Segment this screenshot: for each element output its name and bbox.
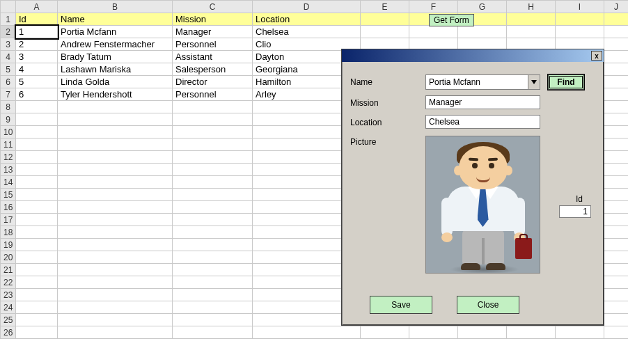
- id-field[interactable]: 1: [559, 205, 591, 218]
- cell[interactable]: [16, 251, 58, 264]
- cell[interactable]: [173, 239, 253, 251]
- cell[interactable]: [361, 26, 409, 38]
- cell[interactable]: [507, 26, 556, 38]
- cell[interactable]: [16, 276, 58, 289]
- cell[interactable]: [16, 264, 58, 276]
- col-header-C[interactable]: C: [173, 1, 253, 13]
- cell[interactable]: [507, 326, 556, 339]
- row-header[interactable]: 8: [1, 101, 16, 113]
- row-header[interactable]: 12: [1, 151, 16, 164]
- cell[interactable]: [173, 176, 253, 189]
- cell[interactable]: [604, 13, 629, 26]
- cell[interactable]: [604, 164, 629, 176]
- cell[interactable]: [173, 164, 253, 176]
- cell[interactable]: [58, 301, 173, 314]
- select-all-corner[interactable]: [1, 1, 16, 13]
- cell[interactable]: [507, 13, 556, 26]
- cell[interactable]: [604, 63, 629, 76]
- cell[interactable]: [409, 26, 458, 38]
- cell[interactable]: [556, 326, 604, 339]
- cell[interactable]: [58, 214, 173, 226]
- cell[interactable]: [16, 101, 58, 113]
- cell[interactable]: [173, 151, 253, 164]
- cell[interactable]: [16, 113, 58, 126]
- cell[interactable]: [604, 289, 629, 301]
- cell[interactable]: [16, 326, 58, 339]
- cell[interactable]: 2: [16, 38, 58, 51]
- cell[interactable]: [458, 26, 507, 38]
- row-header[interactable]: 4: [1, 51, 16, 63]
- find-button[interactable]: Find: [548, 74, 584, 90]
- col-header-F[interactable]: F: [409, 1, 458, 13]
- cell[interactable]: Linda Golda: [58, 76, 173, 88]
- cell[interactable]: [173, 126, 253, 139]
- cell[interactable]: [173, 101, 253, 113]
- cell[interactable]: [16, 214, 58, 226]
- cell[interactable]: 1: [16, 26, 58, 38]
- cell[interactable]: [604, 88, 629, 101]
- close-button[interactable]: Close: [457, 296, 519, 314]
- cell[interactable]: Personnel: [173, 88, 253, 101]
- row-header[interactable]: 20: [1, 251, 16, 264]
- cell[interactable]: [173, 314, 253, 326]
- cell[interactable]: [173, 214, 253, 226]
- cell[interactable]: [253, 326, 361, 339]
- cell[interactable]: [58, 151, 173, 164]
- cell[interactable]: 4: [16, 63, 58, 76]
- row-header[interactable]: 26: [1, 326, 16, 339]
- row-header[interactable]: 14: [1, 176, 16, 189]
- cell[interactable]: [604, 38, 629, 51]
- cell[interactable]: [173, 113, 253, 126]
- cell[interactable]: [604, 51, 629, 63]
- cell[interactable]: Lashawn Mariska: [58, 63, 173, 76]
- row-header[interactable]: 22: [1, 276, 16, 289]
- row-header[interactable]: 17: [1, 214, 16, 226]
- cell[interactable]: [604, 176, 629, 189]
- save-button[interactable]: Save: [370, 296, 432, 314]
- cell[interactable]: [604, 226, 629, 239]
- row-header[interactable]: 2: [1, 26, 16, 38]
- cell[interactable]: [604, 214, 629, 226]
- col-header-D[interactable]: D: [253, 1, 361, 13]
- cell[interactable]: [173, 251, 253, 264]
- header-cell-name[interactable]: Name: [58, 13, 173, 26]
- cell[interactable]: [604, 113, 629, 126]
- cell[interactable]: [361, 13, 409, 26]
- cell[interactable]: [16, 189, 58, 201]
- cell[interactable]: [604, 239, 629, 251]
- row-header[interactable]: 3: [1, 38, 16, 51]
- cell[interactable]: [173, 276, 253, 289]
- cell[interactable]: Portia Mcfann: [58, 26, 173, 38]
- cell[interactable]: [604, 76, 629, 88]
- row-header[interactable]: 15: [1, 189, 16, 201]
- cell[interactable]: [58, 101, 173, 113]
- cell[interactable]: [409, 326, 458, 339]
- cell[interactable]: Brady Tatum: [58, 51, 173, 63]
- cell[interactable]: [16, 201, 58, 214]
- col-header-I[interactable]: I: [556, 1, 604, 13]
- cell[interactable]: [16, 226, 58, 239]
- cell[interactable]: [58, 139, 173, 151]
- cell[interactable]: [58, 176, 173, 189]
- cell[interactable]: 5: [16, 76, 58, 88]
- header-cell-mission[interactable]: Mission: [173, 13, 253, 26]
- cell[interactable]: Director: [173, 76, 253, 88]
- cell[interactable]: [604, 251, 629, 264]
- cell[interactable]: [58, 201, 173, 214]
- cell[interactable]: Chelsea: [253, 26, 361, 38]
- row-header[interactable]: 11: [1, 139, 16, 151]
- row-header[interactable]: 10: [1, 126, 16, 139]
- cell[interactable]: [173, 201, 253, 214]
- cell[interactable]: [16, 239, 58, 251]
- col-header-E[interactable]: E: [361, 1, 409, 13]
- cell[interactable]: [16, 151, 58, 164]
- row-header[interactable]: 9: [1, 113, 16, 126]
- cell[interactable]: [58, 251, 173, 264]
- cell[interactable]: Personnel: [173, 38, 253, 51]
- cell[interactable]: [58, 314, 173, 326]
- cell[interactable]: [604, 126, 629, 139]
- row-header[interactable]: 5: [1, 63, 16, 76]
- row-header[interactable]: 19: [1, 239, 16, 251]
- col-header-A[interactable]: A: [16, 1, 58, 13]
- cell[interactable]: [556, 26, 604, 38]
